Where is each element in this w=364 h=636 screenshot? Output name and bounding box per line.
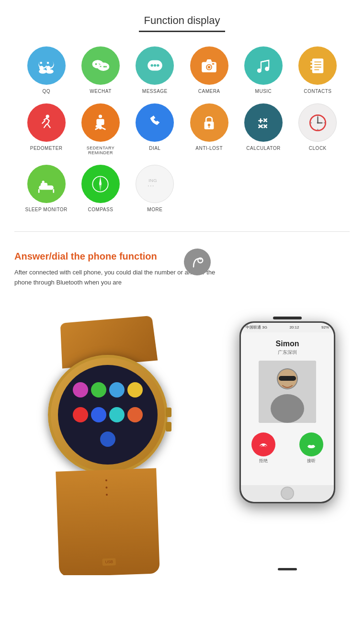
phone-status-bar: 中国联通 3G 20:12 92% bbox=[241, 323, 334, 332]
carrier-info: 中国联通 3G bbox=[246, 325, 267, 330]
watch-button-right2 bbox=[166, 422, 171, 432]
icon-item-sedentary: Sedentary reminder bbox=[73, 103, 127, 155]
svg-text:ING: ING bbox=[148, 178, 157, 183]
music-label: MUSIC bbox=[255, 89, 272, 94]
time-display: 20:12 bbox=[289, 325, 299, 329]
music-icon-circle bbox=[244, 46, 283, 85]
contacts-icon-circle bbox=[298, 46, 337, 85]
battery-display: 92% bbox=[321, 325, 329, 329]
pedometer-icon-circle bbox=[27, 103, 66, 142]
phone-illustration: 中国联通 3G 20:12 92% Simon 广东深圳 bbox=[235, 297, 340, 575]
compass-label: COMPASS bbox=[88, 207, 114, 212]
sleep-label: SLEEP MONITOR bbox=[25, 207, 67, 212]
svg-point-6 bbox=[40, 61, 43, 64]
svg-rect-41 bbox=[97, 119, 104, 125]
qq-label: QQ bbox=[42, 89, 50, 94]
caller-photo bbox=[259, 361, 316, 423]
phone-screen: 中国联通 3G 20:12 92% Simon 广东深圳 bbox=[241, 323, 334, 502]
camera-icon-circle bbox=[190, 46, 228, 85]
phone-speaker bbox=[273, 317, 302, 319]
caller-area: Simon 广东深圳 bbox=[241, 332, 334, 485]
product-image-container: N E W S bbox=[14, 297, 350, 575]
svg-point-7 bbox=[47, 61, 49, 64]
svg-point-22 bbox=[157, 64, 159, 66]
decline-button[interactable] bbox=[251, 432, 275, 456]
dial-label: DIAL bbox=[149, 146, 160, 151]
phone-bottom-bar bbox=[241, 485, 334, 502]
svg-point-16 bbox=[105, 66, 107, 68]
message-icon-circle bbox=[136, 46, 174, 85]
home-button[interactable] bbox=[281, 487, 294, 500]
watch-illustration: N E W S bbox=[14, 317, 239, 566]
watch-screen bbox=[58, 365, 158, 465]
icons-grid: QQ WECHAT bbox=[10, 46, 354, 222]
svg-point-45 bbox=[208, 124, 210, 126]
icon-item-more: ... ING MORE bbox=[128, 165, 182, 212]
svg-rect-64 bbox=[41, 182, 47, 186]
antilost-icon-circle bbox=[190, 103, 228, 142]
phone-function-title: Answer/dial the phone function bbox=[14, 251, 350, 262]
svg-point-28 bbox=[257, 68, 262, 72]
icon-item-qq: QQ bbox=[19, 46, 73, 94]
icon-item-contacts: CONTACTS bbox=[291, 46, 345, 94]
wechat-icon-circle bbox=[81, 46, 120, 85]
icon-item-sleep: SLEEP MONITOR bbox=[19, 165, 73, 212]
svg-rect-27 bbox=[212, 63, 215, 65]
svg-point-21 bbox=[154, 64, 156, 66]
message-label: MESSAGE bbox=[142, 89, 168, 94]
clock-icon-circle bbox=[298, 103, 337, 142]
svg-marker-69 bbox=[99, 177, 102, 184]
svg-point-15 bbox=[103, 66, 105, 68]
clock-label: CLOCK bbox=[309, 146, 327, 151]
answer-btn-wrapper: 接听 bbox=[299, 432, 323, 464]
watch-button-right bbox=[166, 408, 171, 417]
caller-location: 广东深圳 bbox=[278, 349, 297, 356]
sedentary-label: Sedentary reminder bbox=[73, 146, 127, 155]
watch-body-outer bbox=[48, 355, 168, 475]
svg-point-29 bbox=[265, 67, 270, 71]
decline-btn-wrapper: 拒绝 bbox=[251, 432, 275, 464]
more-icon-circle: ... ING bbox=[136, 165, 174, 203]
decline-label: 拒绝 bbox=[259, 458, 268, 464]
calculator-label: CALCULATOR bbox=[246, 146, 280, 151]
phone-function-section: Answer/dial the phone function After con… bbox=[0, 232, 364, 585]
svg-point-8 bbox=[39, 66, 44, 70]
pedometer-label: PEDOMETER bbox=[30, 146, 63, 151]
svg-point-20 bbox=[150, 64, 153, 66]
answer-label: 接听 bbox=[307, 458, 316, 464]
icon-item-dial: DIAL bbox=[128, 103, 182, 155]
svg-point-12 bbox=[95, 63, 97, 65]
svg-point-26 bbox=[208, 66, 210, 68]
icon-item-music: MUSIC bbox=[236, 46, 290, 94]
icon-item-calculator: CALCULATOR bbox=[236, 103, 290, 155]
svg-marker-70 bbox=[99, 184, 102, 191]
wechat-label: WECHAT bbox=[90, 89, 112, 94]
dial-icon-circle bbox=[136, 103, 174, 142]
sleep-icon-circle bbox=[27, 165, 66, 203]
svg-line-30 bbox=[261, 60, 269, 62]
call-buttons: 拒绝 接听 bbox=[251, 432, 323, 464]
contacts-label: CONTACTS bbox=[304, 89, 331, 94]
watch-strap-bottom: USB bbox=[56, 468, 160, 575]
phone-description: After connected with cell phone, you cou… bbox=[14, 268, 216, 288]
svg-rect-31 bbox=[312, 58, 323, 73]
calculator-icon-circle bbox=[244, 103, 283, 142]
phone-body: 中国联通 3G 20:12 92% Simon 广东深圳 bbox=[239, 321, 335, 503]
icon-item-message: MESSAGE bbox=[128, 46, 182, 94]
function-display-section: Function display bbox=[0, 0, 364, 231]
icon-item-clock: CLOCK bbox=[291, 103, 345, 155]
icon-item-camera: CAMERA bbox=[182, 46, 236, 94]
icon-item-wechat: WECHAT bbox=[73, 46, 127, 94]
antilost-label: ANTI-LOST bbox=[195, 146, 223, 151]
phone-home-indicator bbox=[278, 568, 297, 570]
more-label: MORE bbox=[147, 207, 162, 212]
svg-point-9 bbox=[46, 66, 51, 70]
svg-point-39 bbox=[46, 114, 49, 118]
answer-button[interactable] bbox=[299, 432, 323, 456]
icon-item-pedometer: PEDOMETER bbox=[19, 103, 73, 155]
section-title: Function display bbox=[10, 14, 354, 27]
icon-item-compass: COMPASS bbox=[73, 165, 127, 212]
title-underline bbox=[139, 31, 225, 32]
svg-point-71 bbox=[100, 183, 102, 185]
compass-icon-circle bbox=[81, 165, 120, 203]
